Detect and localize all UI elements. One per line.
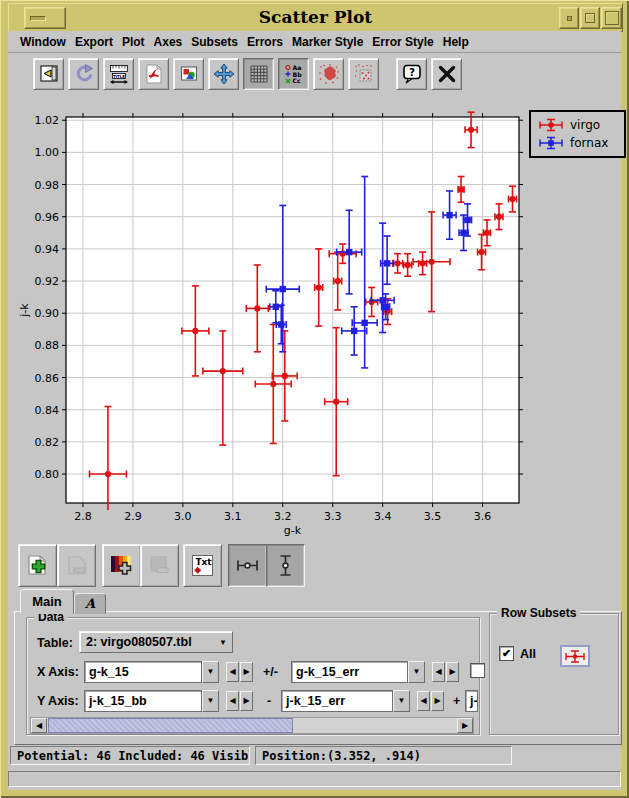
svg-text:TITLE: TITLE — [112, 74, 124, 79]
scroll-right-button[interactable]: ▶ — [457, 718, 473, 733]
x-axis-combo[interactable]: g-k_15 — [84, 661, 202, 683]
x-error-prev-button[interactable]: ◀ — [432, 662, 445, 682]
scrollbar-thumb[interactable] — [48, 718, 293, 733]
maximize-icon — [585, 13, 595, 23]
svg-text:2.9: 2.9 — [124, 510, 142, 523]
title-bar[interactable]: Scatter Plot — [8, 3, 623, 32]
y-error-prev-button[interactable]: ◀ — [417, 691, 430, 711]
menu-axes[interactable]: Axes — [154, 35, 183, 49]
table-select[interactable]: 2: virgo080507.tbl ▼ — [79, 631, 233, 653]
row-subsets-group: Row Subsets ✔ All — [489, 613, 619, 735]
blob-subset-button[interactable] — [313, 58, 344, 90]
svg-text:g-k: g-k — [284, 524, 302, 537]
scroll-left-button[interactable]: ◀ — [31, 718, 47, 733]
y-error2-value: j- — [470, 694, 478, 708]
y-error-combo[interactable]: j-k_15_err — [281, 690, 393, 712]
point-subset-button[interactable] — [348, 58, 379, 90]
export-image-button[interactable] — [173, 58, 204, 90]
menu-marker-style[interactable]: Marker Style — [292, 35, 363, 49]
add-dataset-icon — [24, 552, 51, 579]
legend-label: fornax — [570, 136, 608, 150]
rescale-arrows-icon — [213, 63, 235, 85]
restore-button[interactable] — [601, 7, 622, 29]
legend-entry-fornax: fornax — [536, 135, 624, 151]
x-error-dropdown-button[interactable]: ▼ — [408, 661, 425, 683]
svg-text:1.02: 1.02 — [35, 114, 60, 127]
menu-subsets[interactable]: Subsets — [191, 35, 238, 49]
svg-text:?: ? — [408, 66, 414, 78]
grid-toggle-button[interactable] — [243, 58, 274, 90]
menu-error-style[interactable]: Error Style — [372, 35, 433, 49]
replot-button[interactable] — [68, 58, 99, 90]
y-axis-next-button[interactable]: ▶ — [240, 691, 253, 711]
legend-toggle-button[interactable]: Aa Bb Cc — [278, 58, 309, 90]
menu-help[interactable]: Help — [443, 35, 469, 49]
y-error-next-button[interactable]: ▶ — [431, 691, 444, 711]
svg-text:3.6: 3.6 — [474, 510, 492, 523]
blob-icon — [318, 63, 340, 85]
status-counts: Potential: 46 Included: 46 Visible: 35 — [10, 746, 250, 765]
axes-edit-button[interactable]: TITLE — [103, 58, 134, 90]
rescale-button[interactable] — [208, 58, 239, 90]
menu-window[interactable]: Window — [20, 35, 66, 49]
x-error-clipped-checkbox[interactable] — [470, 663, 485, 678]
svg-text:0.94: 0.94 — [35, 243, 60, 256]
menu-export[interactable]: Export — [75, 35, 113, 49]
menu-plot[interactable]: Plot — [122, 35, 145, 49]
pdf-icon — [143, 63, 165, 85]
add-style-button[interactable] — [102, 544, 141, 587]
y-errorbar-icon — [272, 552, 299, 579]
maximize-button[interactable] — [580, 7, 600, 29]
all-subset-checkbox[interactable]: ✔ — [499, 646, 514, 661]
export-pdf-button[interactable] — [138, 58, 169, 90]
y-axis-dropdown-button[interactable]: ▼ — [202, 690, 219, 712]
chart-legend: virgo fornax — [529, 110, 626, 158]
add-style-icon — [108, 552, 135, 579]
y-errorbars-toggle[interactable] — [266, 544, 305, 587]
minimize-button[interactable] — [559, 7, 579, 29]
tab-main[interactable]: Main — [20, 589, 74, 614]
x-errorbars-toggle[interactable] — [228, 544, 267, 587]
x-error-combo[interactable]: g-k_15_err — [291, 661, 408, 683]
x-errorbar-icon — [234, 552, 261, 579]
x-axis-label: X Axis: — [37, 665, 79, 679]
all-subset-style-button[interactable] — [560, 645, 590, 667]
main-tab-panel: Data Table: 2: virgo080507.tbl ▼ X Axis:… — [14, 611, 622, 745]
svg-text:Cc: Cc — [292, 77, 301, 84]
remove-dataset-button — [57, 544, 96, 587]
tab-a[interactable]: A — [74, 593, 106, 614]
window-export-button[interactable] — [33, 58, 64, 90]
image-icon — [178, 63, 200, 85]
point-select-icon — [353, 63, 375, 85]
dropdown-arrow-icon: ▼ — [219, 632, 227, 653]
y-error2-combo-partial[interactable]: j- — [465, 690, 478, 712]
toolbar: TITLE — [8, 54, 621, 94]
x-axis-prev-button[interactable]: ◀ — [226, 662, 239, 682]
svg-text:3.1: 3.1 — [224, 510, 242, 523]
window-title: Scatter Plot — [9, 7, 622, 27]
x-error-next-button[interactable]: ▶ — [446, 662, 459, 682]
x-op-label: +/- — [263, 665, 278, 679]
y-error-dropdown-button[interactable]: ▼ — [393, 690, 410, 712]
client-area: WindowExportPlotAxesSubsetsErrorsMarker … — [8, 31, 621, 790]
add-dataset-button[interactable] — [18, 544, 57, 587]
y-axis-combo[interactable]: j-k_15_bb — [84, 690, 202, 712]
svg-text:Txt: Txt — [195, 557, 212, 567]
svg-text:0.84: 0.84 — [35, 404, 60, 417]
scatter-chart[interactable]: 2.82.93.03.13.23.33.43.53.60.800.820.840… — [8, 94, 621, 544]
y-axis-prev-button[interactable]: ◀ — [226, 691, 239, 711]
svg-text:0.98: 0.98 — [35, 179, 60, 192]
y-axis-label: Y Axis: — [37, 694, 79, 708]
data-horizontal-scrollbar[interactable]: ◀ ▶ — [30, 717, 474, 734]
close-button[interactable] — [431, 58, 462, 90]
svg-text:0.92: 0.92 — [35, 275, 60, 288]
help-button[interactable]: ? — [396, 58, 427, 90]
empty-status-field — [8, 771, 621, 787]
status-position: Position:(3.352, .914) — [255, 746, 512, 765]
menu-errors[interactable]: Errors — [247, 35, 283, 49]
fornax-marker-icon — [536, 136, 566, 150]
text-label-button[interactable]: Txt — [183, 544, 222, 587]
x-axis-next-button[interactable]: ▶ — [240, 662, 253, 682]
x-axis-dropdown-button[interactable]: ▼ — [202, 661, 219, 683]
minimize-icon — [567, 16, 572, 21]
